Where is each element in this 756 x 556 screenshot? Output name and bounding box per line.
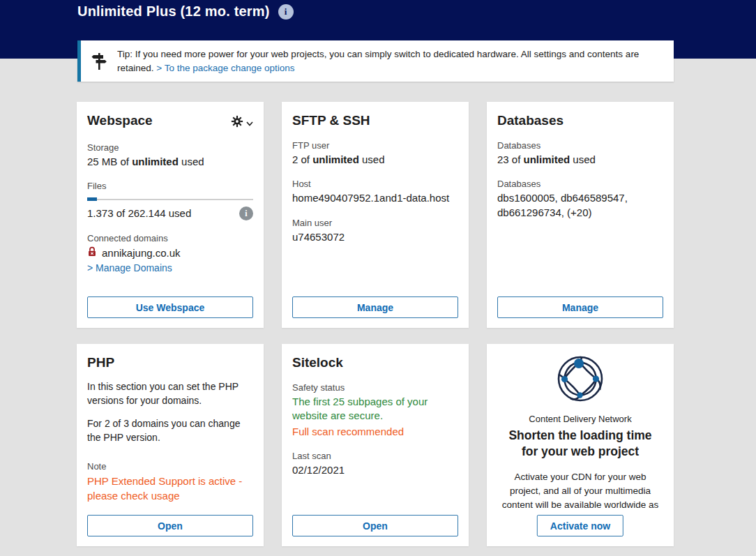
network-globe-icon <box>497 354 663 404</box>
files-progress-bar <box>87 197 253 201</box>
card-php: PHP In this section you can set the PHP … <box>77 344 264 546</box>
card-cdn: Content Delivery Network Shorten the loa… <box>487 344 674 546</box>
databases-count-value: 23 of unlimited used <box>497 153 663 167</box>
card-databases: Databases Databases 23 of unlimited used… <box>487 102 674 328</box>
cdn-heading: Shorten the loading time for your web pr… <box>497 428 663 460</box>
host-value: home490407952.1and1-data.host <box>292 191 458 205</box>
sitelock-open-button[interactable]: Open <box>292 515 458 536</box>
cdn-eyebrow: Content Delivery Network <box>497 414 663 424</box>
page-header: Unlimited Plus (12 mo. term) i <box>77 3 294 20</box>
sftp-title: SFTP & SSH <box>292 113 370 128</box>
php-note-warning: PHP Extended Support is active - please … <box>87 474 253 503</box>
databases-title: Databases <box>497 113 564 128</box>
package-change-link[interactable]: > To the package change options <box>156 63 294 73</box>
card-webspace: Webspace <box>77 102 264 328</box>
manage-domains-link[interactable]: > Manage Domains <box>87 262 172 273</box>
page-title: Unlimited Plus (12 mo. term) <box>77 3 270 20</box>
info-icon[interactable]: i <box>278 4 294 20</box>
connected-domains-label: Connected domains <box>87 233 253 243</box>
card-sftp-ssh: SFTP & SSH FTP user 2 of unlimited used … <box>282 102 469 328</box>
files-used-value: 1.373 of 262.144 used <box>87 206 191 220</box>
storage-value: 25 MB of unlimited used <box>87 155 253 169</box>
card-grid: Webspace <box>77 102 674 546</box>
progress-fill <box>87 197 97 201</box>
files-info-icon[interactable]: i <box>239 206 253 220</box>
tip-text: Tip: If you need more power for your web… <box>117 47 664 75</box>
main-user-label: Main user <box>292 218 458 228</box>
card-sitelock: Sitelock Safety status The first 25 subp… <box>282 344 469 546</box>
lock-icon <box>87 246 97 260</box>
host-label: Host <box>292 179 458 189</box>
safety-status-label: Safety status <box>292 382 458 393</box>
connected-domain: annikajung.co.uk <box>102 247 181 259</box>
chevron-down-icon <box>246 117 253 129</box>
php-description-1: In this section you can set the PHP vers… <box>87 380 253 407</box>
last-scan-value: 02/12/2021 <box>292 463 458 477</box>
databases-count-label: Databases <box>497 140 663 151</box>
storage-label: Storage <box>87 142 253 153</box>
safety-status-warning: Full scan recommended <box>292 425 458 439</box>
sftp-manage-button[interactable]: Manage <box>292 296 458 318</box>
gear-icon <box>231 115 243 130</box>
webspace-title: Webspace <box>87 113 153 128</box>
progress-track <box>87 199 253 200</box>
databases-list-value: dbs1600005, db646589547, db661296734, (+… <box>497 191 663 220</box>
webspace-settings-control[interactable] <box>231 115 253 130</box>
use-webspace-button[interactable]: Use Webspace <box>87 296 253 318</box>
safety-status-good: The first 25 subpages of your website ar… <box>292 395 458 423</box>
files-label: Files <box>87 181 253 191</box>
databases-manage-button[interactable]: Manage <box>497 296 663 318</box>
ftp-user-value: 2 of unlimited used <box>292 153 458 167</box>
activate-now-button[interactable]: Activate now <box>537 515 623 536</box>
php-description-2: For 2 of 3 domains you can change the PH… <box>87 417 253 444</box>
databases-list-label: Databases <box>497 179 663 189</box>
main-user-value: u74653072 <box>292 230 458 244</box>
php-open-button[interactable]: Open <box>87 515 253 536</box>
tip-banner: Tip: If you need more power for your web… <box>77 40 674 82</box>
sitelock-title: Sitelock <box>292 355 343 370</box>
php-note-label: Note <box>87 461 253 472</box>
signpost-icon <box>81 52 117 70</box>
last-scan-label: Last scan <box>292 451 458 461</box>
php-title: PHP <box>87 355 114 370</box>
ftp-user-label: FTP user <box>292 140 458 151</box>
